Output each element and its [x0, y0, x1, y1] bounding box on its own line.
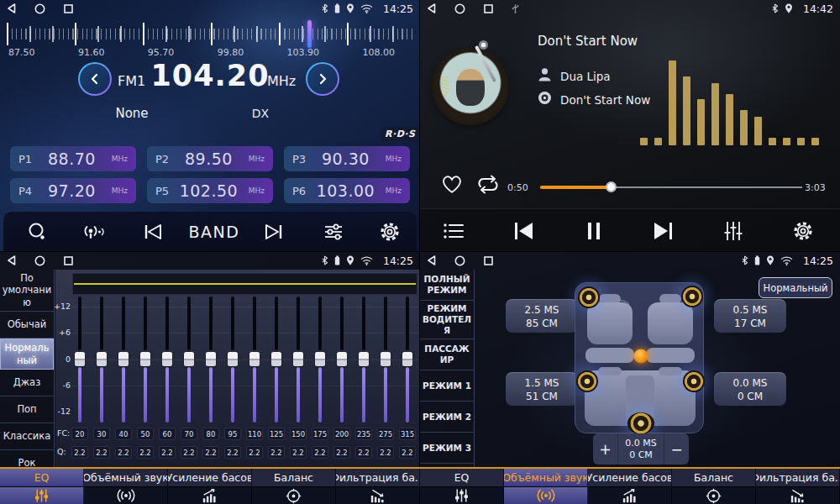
mode-item[interactable]: РЕЖИМ 1: [420, 370, 474, 402]
tuner-scale[interactable]: [7, 22, 413, 47]
tab-bass-boost[interactable]: Усиление басов: [168, 469, 252, 486]
eq-fader[interactable]: [375, 291, 396, 426]
settings-gear-icon[interactable]: [785, 214, 822, 248]
eq-preset-item[interactable]: Нормальный: [0, 339, 54, 370]
broadcast-scan-icon[interactable]: [76, 215, 110, 249]
eq-fader-knob[interactable]: [140, 352, 150, 366]
mode-item[interactable]: ПОЛНЫЙ РЕЖИМ: [420, 270, 474, 301]
delay-front-right-button[interactable]: 0.5 MS 17 CM: [714, 299, 786, 333]
preset-button-P6[interactable]: P6103.00MHz: [284, 178, 410, 203]
eq-fader[interactable]: [222, 291, 244, 426]
tab-filter[interactable]: Фильтрация ба...: [336, 469, 420, 486]
preset-button-P3[interactable]: P390.30MHz: [284, 146, 410, 171]
eq-fader-knob[interactable]: [337, 352, 347, 366]
eq-fader[interactable]: [156, 291, 178, 426]
bass-boost-icon[interactable]: [168, 487, 252, 504]
decrease-delay-button[interactable]: −: [664, 433, 689, 465]
delay-front-left-button[interactable]: 2.5 MS 85 CM: [506, 299, 578, 333]
tab-filter[interactable]: Фильтрация ба...: [756, 469, 840, 486]
preset-button-P1[interactable]: P188.70MHz: [10, 146, 136, 171]
eq-fader[interactable]: [309, 291, 331, 426]
eq-fader[interactable]: [113, 291, 134, 426]
surround-icon[interactable]: [84, 487, 168, 504]
filter-icon[interactable]: [336, 487, 420, 504]
home-icon[interactable]: [454, 255, 465, 266]
delay-rear-left-button[interactable]: 1.5 MS 51 CM: [506, 372, 578, 406]
back-icon[interactable]: [7, 255, 16, 265]
mode-item[interactable]: РЕЖИМ 2: [420, 402, 474, 433]
subwoofer-icon[interactable]: [627, 412, 654, 434]
recents-icon[interactable]: [64, 256, 73, 265]
home-icon[interactable]: [454, 3, 465, 14]
previous-station-icon[interactable]: [136, 215, 170, 249]
speaker-rear-left-icon[interactable]: [576, 370, 598, 392]
next-station-icon[interactable]: [257, 215, 291, 249]
eq-fader[interactable]: [91, 291, 113, 426]
eq-fader-knob[interactable]: [293, 352, 303, 366]
seek-knob[interactable]: [606, 181, 617, 192]
eq-settings-icon[interactable]: [715, 214, 752, 248]
eq-settings-icon[interactable]: [317, 215, 350, 249]
filter-icon[interactable]: [756, 487, 840, 504]
increase-delay-button[interactable]: +: [593, 433, 617, 465]
eq-fader[interactable]: [244, 291, 265, 426]
delay-rear-right-button[interactable]: 0.0 MS 0 CM: [714, 372, 786, 406]
eq-fader-knob[interactable]: [249, 352, 260, 366]
bass-boost-icon[interactable]: [588, 487, 672, 504]
preset-button-P4[interactable]: P497.20MHz: [10, 178, 136, 203]
recents-icon[interactable]: [484, 256, 493, 265]
eq-fader-knob[interactable]: [381, 352, 391, 366]
pause-icon[interactable]: [575, 214, 612, 248]
balance-icon[interactable]: [672, 487, 756, 504]
eq-preset-item[interactable]: Классика: [0, 423, 54, 450]
repeat-icon[interactable]: [475, 174, 501, 198]
back-icon[interactable]: [427, 255, 436, 265]
eq-fader[interactable]: [353, 291, 375, 426]
surround-icon[interactable]: [504, 487, 588, 504]
eq-fader-knob[interactable]: [97, 352, 107, 366]
playlist-icon[interactable]: [435, 214, 472, 248]
band-button[interactable]: BAND: [185, 215, 244, 249]
home-icon[interactable]: [34, 3, 45, 14]
recents-icon[interactable]: [484, 4, 493, 13]
mode-item[interactable]: РЕЖИМ 3: [420, 433, 474, 464]
tab-bass-boost[interactable]: Усиление басов: [588, 469, 672, 486]
settings-gear-icon[interactable]: [373, 215, 407, 249]
back-icon[interactable]: [7, 3, 16, 13]
eq-preset-item[interactable]: Джаз: [0, 370, 54, 396]
preset-button-P2[interactable]: P289.50MHz: [147, 146, 273, 171]
tab-surround[interactable]: Объёмный звук: [504, 469, 588, 486]
eq-fader-knob[interactable]: [75, 352, 85, 366]
eq-fader[interactable]: [69, 291, 91, 426]
back-icon[interactable]: [427, 3, 436, 13]
eq-sliders-icon[interactable]: [0, 487, 84, 504]
eq-fader-knob[interactable]: [206, 352, 216, 366]
tab-eq-sliders[interactable]: EQ: [0, 469, 84, 486]
recents-icon[interactable]: [64, 4, 73, 13]
balance-icon[interactable]: [252, 487, 336, 504]
tune-down-button[interactable]: [78, 62, 112, 96]
eq-fader[interactable]: [331, 291, 353, 426]
mode-item[interactable]: РЕЖИМ ВОДИТЕЛЯ: [420, 301, 474, 339]
eq-fader-knob[interactable]: [402, 352, 412, 366]
eq-preset-item[interactable]: По умолчанию: [0, 270, 54, 312]
eq-fader[interactable]: [287, 291, 309, 426]
sound-profile-button[interactable]: Нормальный: [759, 277, 832, 298]
favorite-heart-icon[interactable]: [440, 173, 464, 198]
tab-eq-sliders[interactable]: EQ: [420, 469, 504, 486]
mode-item[interactable]: ПАССАЖИР: [420, 339, 474, 370]
tune-up-button[interactable]: [306, 62, 339, 96]
home-icon[interactable]: [34, 255, 45, 266]
eq-preset-item[interactable]: Поп: [0, 396, 54, 423]
next-track-icon[interactable]: [645, 214, 682, 248]
eq-fader-knob[interactable]: [228, 352, 238, 366]
listening-position-dot[interactable]: [634, 349, 648, 364]
tuner-needle[interactable]: [307, 20, 312, 48]
search-icon[interactable]: [20, 215, 54, 249]
speaker-rear-right-icon[interactable]: [683, 370, 705, 392]
previous-track-icon[interactable]: [505, 214, 542, 248]
eq-fader-knob[interactable]: [315, 352, 325, 366]
preset-button-P5[interactable]: P5102.50MHz: [147, 178, 273, 203]
tab-balance[interactable]: Баланс: [252, 469, 336, 486]
speaker-front-right-icon[interactable]: [681, 286, 703, 307]
